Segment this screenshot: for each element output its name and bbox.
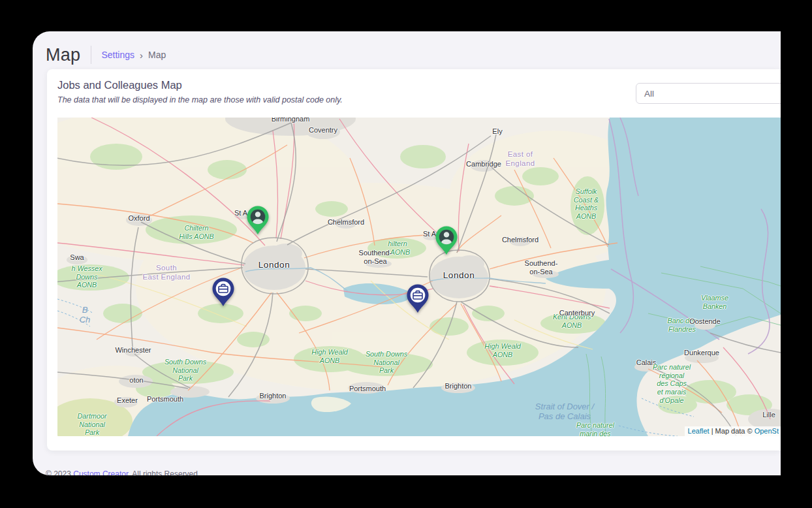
job-marker[interactable] — [210, 276, 236, 308]
map-markers-layer — [57, 118, 781, 436]
breadcrumb-current: Map — [148, 50, 166, 60]
brand-link-1[interactable]: Custom — [73, 469, 100, 475]
brand-link-2[interactable]: Creator. — [102, 469, 131, 475]
leaflet-link[interactable]: Leaflet — [688, 427, 710, 435]
chevron-right-icon: › — [140, 50, 143, 61]
breadcrumb-settings-link[interactable]: Settings — [101, 50, 134, 60]
attribution-text: | Map data © — [710, 427, 755, 435]
colleague-marker[interactable] — [433, 224, 460, 257]
filter-selected-value: All — [644, 89, 654, 99]
map-card: Jobs and Colleagues Map The data that wi… — [47, 69, 781, 451]
screenshot-stage: Map Settings › Map Jobs and Colleagues M… — [0, 0, 812, 508]
breadcrumb: Settings › Map — [101, 50, 166, 61]
app-window: Map Settings › Map Jobs and Colleagues M… — [33, 31, 781, 475]
card-subheading: The data that will be displayed in the m… — [57, 95, 343, 104]
page-title: Map — [46, 45, 80, 65]
filter-select[interactable]: All — [636, 83, 781, 104]
job-marker[interactable] — [405, 282, 431, 315]
briefcase-icon — [216, 281, 231, 296]
header-divider — [91, 46, 91, 64]
page-header: Map Settings › Map — [46, 42, 166, 68]
footer-copyright: © 2023 Custom Creator. All rights Reserv… — [46, 469, 200, 475]
copyright-suffix: All rights Reserved. — [131, 469, 200, 475]
briefcase-icon — [411, 288, 426, 303]
openstreetmap-link[interactable]: OpenSt — [755, 427, 779, 435]
map-attribution: Leaflet | Map data © OpenSt — [685, 426, 781, 436]
leaflet-map[interactable]: BirminghamCoventryElyCambridgeEast ofEng… — [57, 118, 781, 436]
copyright-prefix: © 2023 — [46, 469, 73, 475]
card-heading: Jobs and Colleagues Map — [57, 79, 182, 91]
colleague-marker[interactable] — [245, 204, 271, 236]
